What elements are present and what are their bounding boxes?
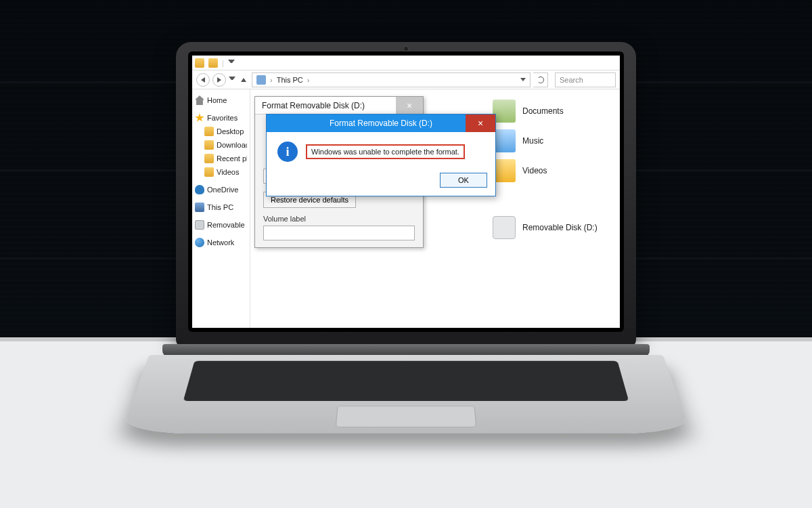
laptop-deck: [122, 355, 690, 433]
sidebar-videos[interactable]: Videos: [195, 165, 247, 179]
library-label: Videos: [522, 166, 547, 175]
back-button[interactable]: [196, 73, 210, 87]
sidebar-removable[interactable]: Removable Disk (D:): [195, 218, 247, 232]
up-button[interactable]: [238, 75, 249, 85]
sidebar-downloads[interactable]: Downloads: [195, 138, 247, 152]
library-documents[interactable]: Documents: [493, 96, 614, 126]
sidebar-network[interactable]: Network: [195, 236, 247, 249]
trackpad: [336, 406, 477, 427]
chevron-down-icon[interactable]: [228, 60, 235, 66]
breadcrumb-root[interactable]: This PC: [277, 76, 303, 84]
removable-disk-icon: [493, 216, 516, 239]
sidebar-item-label: Downloads: [217, 141, 247, 149]
laptop: | › This PC ›: [176, 42, 636, 470]
sidebar-favorites[interactable]: Favorites: [195, 111, 247, 125]
address-bar[interactable]: › This PC ›: [252, 72, 531, 87]
format-dialog-titlebar[interactable]: Format Removable Disk (D:) ×: [255, 97, 423, 114]
refresh-button[interactable]: [533, 72, 548, 87]
forward-button[interactable]: [212, 73, 226, 87]
drive-label: Removable Disk (D:): [522, 223, 597, 232]
sidebar-item-label: Home: [207, 96, 227, 104]
window-titlebar: |: [192, 56, 620, 70]
pc-icon: [256, 75, 266, 85]
error-message: Windows was unable to complete the forma…: [306, 144, 465, 159]
screen: | › This PC ›: [192, 56, 620, 328]
library-label: Documents: [522, 106, 564, 116]
volume-label-text: Volume label: [263, 215, 415, 223]
sidebar-recent[interactable]: Recent places: [195, 152, 247, 165]
close-icon: ×: [478, 118, 483, 129]
breadcrumb-sep: ›: [270, 76, 273, 84]
sidebar-item-label: Videos: [217, 168, 239, 176]
library-label: Music: [522, 136, 543, 146]
webcam-icon: [404, 47, 408, 51]
sidebar-item-label: Network: [207, 238, 234, 247]
sidebar-item-label: Removable Disk (D:): [207, 221, 247, 229]
error-close-button[interactable]: ×: [466, 114, 495, 132]
sidebar-home[interactable]: Home: [195, 93, 247, 107]
music-icon: [493, 129, 516, 152]
nav-toolbar: › This PC › Search: [192, 70, 620, 89]
sidebar-item-label: This PC: [207, 203, 233, 211]
sidebar-desktop[interactable]: Desktop: [195, 125, 247, 138]
sidebar-thispc[interactable]: This PC: [195, 200, 247, 214]
videos-icon: [493, 159, 516, 182]
sidebar-onedrive[interactable]: OneDrive: [195, 183, 247, 196]
titlebar-divider: |: [222, 59, 224, 67]
search-placeholder: Search: [560, 76, 583, 84]
history-chevron-icon[interactable]: [229, 77, 235, 83]
ok-button[interactable]: OK: [440, 173, 487, 188]
documents-icon: [493, 100, 516, 123]
library-music[interactable]: Music: [493, 126, 614, 156]
sidebar-item-label: Recent places: [217, 154, 247, 163]
file-explorer-window: | › This PC ›: [192, 56, 620, 328]
folder-icon: [208, 58, 218, 68]
format-dialog-title: Format Removable Disk (D:): [262, 101, 365, 110]
close-icon: ×: [407, 100, 412, 111]
drive-removable[interactable]: Removable Disk (D:): [493, 213, 614, 242]
error-dialog-title: Format Removable Disk (D:): [330, 119, 432, 128]
search-box[interactable]: Search: [555, 72, 616, 87]
app-icon: [195, 58, 204, 68]
refresh-icon: [537, 77, 544, 83]
sidebar: Home Favorites Desktop Downloads Recent …: [192, 89, 250, 328]
address-chevron-icon[interactable]: [520, 78, 526, 81]
volume-label-input[interactable]: [263, 226, 415, 240]
library-videos[interactable]: Videos: [493, 156, 614, 186]
error-dialog: Format Removable Disk (D:) × i Windows w…: [266, 114, 496, 196]
info-icon: i: [277, 142, 298, 162]
sidebar-item-label: OneDrive: [207, 186, 238, 194]
keyboard: [183, 361, 629, 401]
sidebar-item-label: Favorites: [207, 114, 238, 122]
error-dialog-titlebar[interactable]: Format Removable Disk (D:) ×: [267, 114, 495, 132]
sidebar-item-label: Desktop: [217, 127, 244, 135]
breadcrumb-sep: ›: [307, 76, 310, 84]
format-close-button[interactable]: ×: [396, 97, 423, 114]
